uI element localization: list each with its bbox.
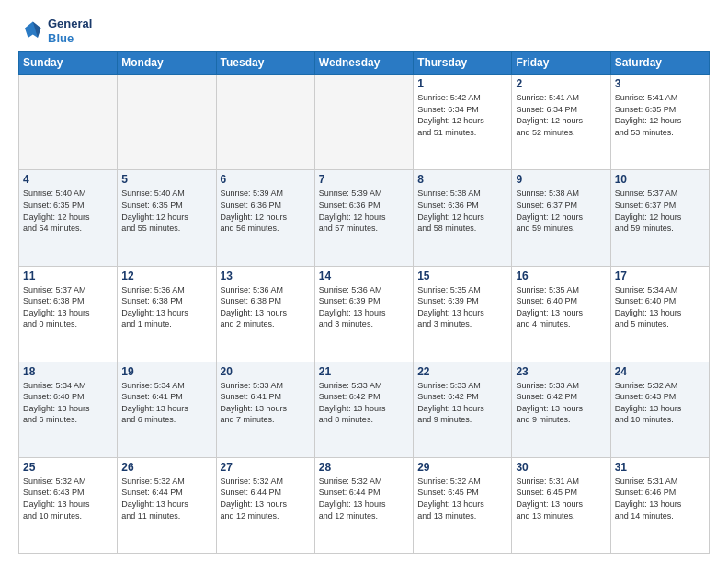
day-number: 29 [417, 461, 507, 474]
day-number: 28 [319, 461, 409, 474]
calendar-cell: 23Sunrise: 5:33 AM Sunset: 6:42 PM Dayli… [512, 362, 610, 457]
logo-icon [18, 18, 44, 44]
calendar-week-4: 18Sunrise: 5:34 AM Sunset: 6:40 PM Dayli… [19, 362, 710, 457]
calendar-cell: 1Sunrise: 5:42 AM Sunset: 6:34 PM Daylig… [414, 75, 512, 170]
calendar-week-2: 4Sunrise: 5:40 AM Sunset: 6:35 PM Daylig… [19, 170, 710, 266]
day-number: 12 [121, 270, 211, 282]
calendar-header-thursday: Thursday [414, 52, 512, 75]
calendar-cell: 24Sunrise: 5:32 AM Sunset: 6:43 PM Dayli… [610, 362, 709, 457]
calendar-table: SundayMondayTuesdayWednesdayThursdayFrid… [18, 51, 710, 554]
cell-data: Sunrise: 5:36 AM Sunset: 6:38 PM Dayligh… [121, 284, 211, 330]
calendar-cell: 4Sunrise: 5:40 AM Sunset: 6:35 PM Daylig… [19, 170, 118, 266]
calendar-cell: 9Sunrise: 5:38 AM Sunset: 6:37 PM Daylig… [512, 170, 610, 266]
day-number: 1 [417, 77, 507, 90]
cell-data: Sunrise: 5:32 AM Sunset: 6:45 PM Dayligh… [417, 476, 507, 522]
calendar-cell [216, 75, 314, 170]
calendar-header-friday: Friday [512, 52, 610, 75]
day-number: 10 [615, 173, 705, 186]
cell-data: Sunrise: 5:33 AM Sunset: 6:42 PM Dayligh… [319, 380, 409, 426]
calendar-week-3: 11Sunrise: 5:37 AM Sunset: 6:38 PM Dayli… [19, 266, 710, 362]
day-number: 25 [23, 461, 113, 474]
calendar-header-row: SundayMondayTuesdayWednesdayThursdayFrid… [19, 52, 710, 75]
cell-data: Sunrise: 5:38 AM Sunset: 6:36 PM Dayligh… [417, 188, 507, 234]
day-number: 21 [319, 365, 409, 378]
cell-data: Sunrise: 5:40 AM Sunset: 6:35 PM Dayligh… [23, 188, 113, 234]
calendar-cell: 25Sunrise: 5:32 AM Sunset: 6:43 PM Dayli… [19, 457, 118, 553]
cell-data: Sunrise: 5:33 AM Sunset: 6:42 PM Dayligh… [516, 380, 606, 426]
calendar-cell: 17Sunrise: 5:34 AM Sunset: 6:40 PM Dayli… [610, 266, 709, 362]
page: General Blue SundayMondayTuesdayWednesda… [0, 0, 728, 563]
day-number: 2 [516, 77, 606, 90]
day-number: 27 [221, 461, 311, 474]
calendar-header-wednesday: Wednesday [314, 52, 413, 75]
day-number: 18 [23, 365, 113, 378]
cell-data: Sunrise: 5:32 AM Sunset: 6:44 PM Dayligh… [221, 476, 311, 522]
calendar-cell [314, 75, 413, 170]
cell-data: Sunrise: 5:34 AM Sunset: 6:41 PM Dayligh… [121, 380, 211, 426]
cell-data: Sunrise: 5:34 AM Sunset: 6:40 PM Dayligh… [615, 284, 705, 330]
calendar-cell: 31Sunrise: 5:31 AM Sunset: 6:46 PM Dayli… [610, 457, 709, 553]
day-number: 9 [516, 173, 606, 186]
cell-data: Sunrise: 5:34 AM Sunset: 6:40 PM Dayligh… [23, 380, 113, 426]
day-number: 11 [23, 270, 113, 282]
calendar-cell: 21Sunrise: 5:33 AM Sunset: 6:42 PM Dayli… [314, 362, 413, 457]
calendar-header-saturday: Saturday [610, 52, 709, 75]
calendar-header-monday: Monday [118, 52, 216, 75]
cell-data: Sunrise: 5:36 AM Sunset: 6:39 PM Dayligh… [319, 284, 409, 330]
day-number: 4 [23, 173, 113, 186]
calendar-cell: 8Sunrise: 5:38 AM Sunset: 6:36 PM Daylig… [414, 170, 512, 266]
logo-text: General Blue [48, 17, 92, 45]
cell-data: Sunrise: 5:31 AM Sunset: 6:45 PM Dayligh… [516, 476, 606, 522]
calendar-header-tuesday: Tuesday [216, 52, 314, 75]
cell-data: Sunrise: 5:32 AM Sunset: 6:44 PM Dayligh… [319, 476, 409, 522]
cell-data: Sunrise: 5:32 AM Sunset: 6:43 PM Dayligh… [615, 380, 705, 426]
day-number: 13 [221, 270, 311, 282]
header: General Blue [18, 17, 710, 45]
day-number: 14 [319, 270, 409, 282]
day-number: 5 [121, 173, 211, 186]
cell-data: Sunrise: 5:35 AM Sunset: 6:40 PM Dayligh… [516, 284, 606, 330]
calendar-cell: 3Sunrise: 5:41 AM Sunset: 6:35 PM Daylig… [610, 75, 709, 170]
cell-data: Sunrise: 5:31 AM Sunset: 6:46 PM Dayligh… [615, 476, 705, 522]
calendar-cell: 19Sunrise: 5:34 AM Sunset: 6:41 PM Dayli… [118, 362, 216, 457]
day-number: 17 [615, 270, 705, 282]
cell-data: Sunrise: 5:32 AM Sunset: 6:43 PM Dayligh… [23, 476, 113, 522]
calendar-cell: 10Sunrise: 5:37 AM Sunset: 6:37 PM Dayli… [610, 170, 709, 266]
day-number: 20 [221, 365, 311, 378]
day-number: 23 [516, 365, 606, 378]
calendar-cell: 16Sunrise: 5:35 AM Sunset: 6:40 PM Dayli… [512, 266, 610, 362]
calendar-cell: 15Sunrise: 5:35 AM Sunset: 6:39 PM Dayli… [414, 266, 512, 362]
calendar-cell: 7Sunrise: 5:39 AM Sunset: 6:36 PM Daylig… [314, 170, 413, 266]
cell-data: Sunrise: 5:41 AM Sunset: 6:35 PM Dayligh… [615, 92, 705, 138]
calendar-cell: 28Sunrise: 5:32 AM Sunset: 6:44 PM Dayli… [314, 457, 413, 553]
cell-data: Sunrise: 5:37 AM Sunset: 6:38 PM Dayligh… [23, 284, 113, 330]
calendar-cell: 2Sunrise: 5:41 AM Sunset: 6:34 PM Daylig… [512, 75, 610, 170]
calendar-cell: 26Sunrise: 5:32 AM Sunset: 6:44 PM Dayli… [118, 457, 216, 553]
cell-data: Sunrise: 5:40 AM Sunset: 6:35 PM Dayligh… [121, 188, 211, 234]
day-number: 8 [417, 173, 507, 186]
cell-data: Sunrise: 5:38 AM Sunset: 6:37 PM Dayligh… [516, 188, 606, 234]
day-number: 22 [417, 365, 507, 378]
cell-data: Sunrise: 5:39 AM Sunset: 6:36 PM Dayligh… [319, 188, 409, 234]
day-number: 26 [121, 461, 211, 474]
calendar-cell: 13Sunrise: 5:36 AM Sunset: 6:38 PM Dayli… [216, 266, 314, 362]
day-number: 7 [319, 173, 409, 186]
day-number: 24 [615, 365, 705, 378]
day-number: 6 [221, 173, 311, 186]
day-number: 15 [417, 270, 507, 282]
calendar-cell [118, 75, 216, 170]
day-number: 19 [121, 365, 211, 378]
calendar-cell: 5Sunrise: 5:40 AM Sunset: 6:35 PM Daylig… [118, 170, 216, 266]
cell-data: Sunrise: 5:36 AM Sunset: 6:38 PM Dayligh… [221, 284, 311, 330]
calendar-cell: 6Sunrise: 5:39 AM Sunset: 6:36 PM Daylig… [216, 170, 314, 266]
calendar-cell: 30Sunrise: 5:31 AM Sunset: 6:45 PM Dayli… [512, 457, 610, 553]
cell-data: Sunrise: 5:35 AM Sunset: 6:39 PM Dayligh… [417, 284, 507, 330]
cell-data: Sunrise: 5:42 AM Sunset: 6:34 PM Dayligh… [417, 92, 507, 138]
cell-data: Sunrise: 5:39 AM Sunset: 6:36 PM Dayligh… [221, 188, 311, 234]
calendar-cell: 29Sunrise: 5:32 AM Sunset: 6:45 PM Dayli… [414, 457, 512, 553]
calendar-cell: 11Sunrise: 5:37 AM Sunset: 6:38 PM Dayli… [19, 266, 118, 362]
cell-data: Sunrise: 5:32 AM Sunset: 6:44 PM Dayligh… [121, 476, 211, 522]
calendar-cell: 12Sunrise: 5:36 AM Sunset: 6:38 PM Dayli… [118, 266, 216, 362]
calendar-cell: 27Sunrise: 5:32 AM Sunset: 6:44 PM Dayli… [216, 457, 314, 553]
calendar-cell: 14Sunrise: 5:36 AM Sunset: 6:39 PM Dayli… [314, 266, 413, 362]
